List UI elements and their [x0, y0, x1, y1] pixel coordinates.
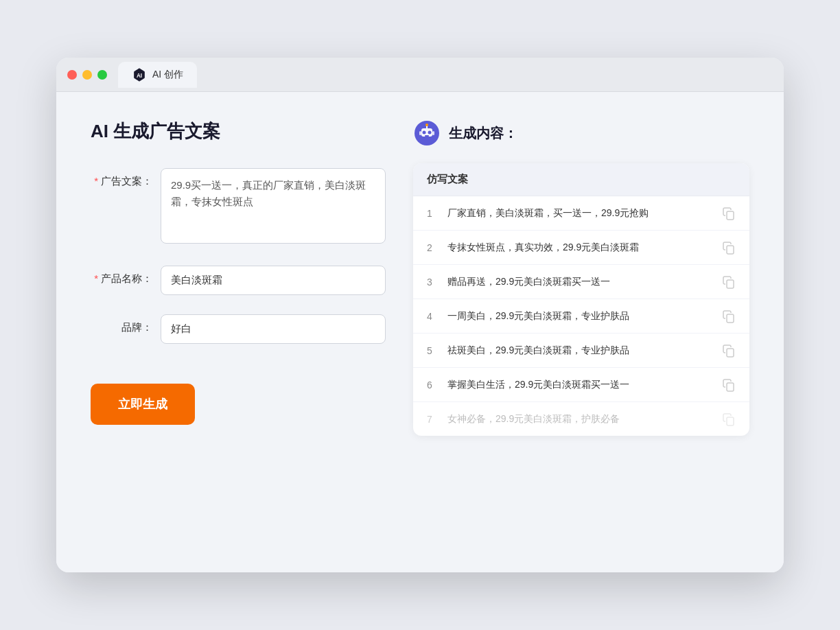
- table-header: 仿写文案: [413, 163, 749, 196]
- ad-copy-group: *广告文案： 29.9买一送一，真正的厂家直销，美白淡斑霜，专抹女性斑点: [91, 168, 386, 246]
- browser-window: AI AI 创作 AI 生成广告文案 *广告文案： 29.9买一送一，真正的厂家…: [56, 58, 784, 572]
- brand-label-text: 品牌：: [121, 321, 152, 333]
- ad-copy-textarea[interactable]: 29.9买一送一，真正的厂家直销，美白淡斑霜，专抹女性斑点: [161, 168, 386, 244]
- svg-point-8: [425, 124, 428, 126]
- table-row: 1 厂家直销，美白淡斑霜，买一送一，29.9元抢购: [413, 196, 749, 231]
- product-name-input[interactable]: [161, 266, 386, 295]
- traffic-lights: [67, 70, 107, 80]
- ad-copy-wrap: 29.9买一送一，真正的厂家直销，美白淡斑霜，专抹女性斑点: [161, 168, 386, 246]
- row-num-7: 7: [427, 414, 447, 425]
- result-table: 仿写文案 1 厂家直销，美白淡斑霜，买一送一，29.9元抢购 2 专抹女性斑点，…: [413, 163, 749, 436]
- row-num-1: 1: [427, 208, 447, 219]
- svg-rect-15: [727, 349, 734, 357]
- table-row: 6 掌握美白生活，29.9元美白淡斑霜买一送一: [413, 368, 749, 402]
- row-text-6: 掌握美白生活，29.9元美白淡斑霜买一送一: [447, 377, 715, 392]
- minimize-button[interactable]: [82, 70, 92, 80]
- tab-ai-create[interactable]: AI AI 创作: [118, 62, 197, 88]
- table-row: 2 专抹女性斑点，真实功效，29.9元美白淡斑霜: [413, 231, 749, 265]
- svg-rect-16: [727, 383, 734, 391]
- table-row: 4 一周美白，29.9元美白淡斑霜，专业护肤品: [413, 299, 749, 334]
- copy-icon-7[interactable]: [722, 412, 736, 426]
- tab-label: AI 创作: [152, 69, 183, 81]
- row-text-7: 女神必备，29.9元美白淡斑霜，护肤必备: [447, 412, 715, 426]
- svg-rect-9: [419, 131, 421, 135]
- row-text-5: 祛斑美白，29.9元美白淡斑霜，专业护肤品: [447, 343, 715, 358]
- table-row: 3 赠品再送，29.9元美白淡斑霜买一送一: [413, 265, 749, 299]
- result-header: 生成内容：: [413, 119, 749, 147]
- maximize-button[interactable]: [97, 70, 107, 80]
- ai-tab-icon: AI: [132, 67, 147, 82]
- svg-rect-13: [727, 280, 734, 288]
- product-name-label: *产品名称：: [91, 266, 152, 285]
- robot-icon: [413, 119, 441, 147]
- svg-point-5: [428, 131, 432, 135]
- svg-rect-11: [727, 211, 734, 220]
- table-row: 7 女神必备，29.9元美白淡斑霜，护肤必备: [413, 402, 749, 436]
- brand-group: 品牌：: [91, 314, 386, 344]
- copy-icon-2[interactable]: [722, 241, 736, 255]
- svg-rect-17: [727, 417, 734, 425]
- svg-rect-6: [425, 135, 429, 137]
- row-text-4: 一周美白，29.9元美白淡斑霜，专业护肤品: [447, 309, 715, 323]
- titlebar: AI AI 创作: [56, 58, 784, 92]
- row-num-3: 3: [427, 277, 447, 288]
- content-area: AI 生成广告文案 *广告文案： 29.9买一送一，真正的厂家直销，美白淡斑霜，…: [56, 92, 784, 572]
- right-panel: 生成内容： 仿写文案 1 厂家直销，美白淡斑霜，买一送一，29.9元抢购 2 专…: [413, 119, 749, 538]
- row-text-1: 厂家直销，美白淡斑霜，买一送一，29.9元抢购: [447, 206, 715, 220]
- ad-copy-label: *广告文案：: [91, 168, 152, 188]
- copy-icon-5[interactable]: [722, 344, 736, 358]
- brand-input[interactable]: [161, 314, 386, 344]
- required-star-1: *: [94, 175, 98, 187]
- svg-rect-10: [432, 131, 434, 135]
- brand-wrap: [161, 314, 386, 344]
- row-num-2: 2: [427, 242, 447, 253]
- close-button[interactable]: [67, 70, 77, 80]
- copy-icon-6[interactable]: [722, 378, 736, 392]
- row-text-3: 赠品再送，29.9元美白淡斑霜买一送一: [447, 275, 715, 289]
- row-num-5: 5: [427, 345, 447, 356]
- product-name-group: *产品名称：: [91, 266, 386, 295]
- left-panel: AI 生成广告文案 *广告文案： 29.9买一送一，真正的厂家直销，美白淡斑霜，…: [91, 119, 386, 538]
- brand-label: 品牌：: [91, 314, 152, 334]
- required-star-2: *: [94, 272, 98, 284]
- result-title: 生成内容：: [449, 124, 517, 143]
- copy-icon-4[interactable]: [722, 310, 736, 323]
- table-row: 5 祛斑美白，29.9元美白淡斑霜，专业护肤品: [413, 334, 749, 368]
- svg-point-4: [423, 131, 426, 135]
- ad-copy-label-text: 广告文案：: [101, 175, 152, 187]
- row-num-6: 6: [427, 380, 447, 390]
- product-name-wrap: [161, 266, 386, 295]
- row-text-2: 专抹女性斑点，真实功效，29.9元美白淡斑霜: [447, 240, 715, 255]
- copy-icon-3[interactable]: [722, 275, 736, 289]
- copy-icon-1[interactable]: [722, 207, 736, 220]
- svg-rect-14: [727, 314, 734, 323]
- svg-text:AI: AI: [137, 72, 142, 78]
- submit-button[interactable]: 立即生成: [91, 384, 195, 425]
- page-title: AI 生成广告文案: [91, 119, 386, 143]
- row-num-4: 4: [427, 311, 447, 322]
- product-name-label-text: 产品名称：: [101, 272, 152, 284]
- svg-rect-12: [727, 246, 734, 254]
